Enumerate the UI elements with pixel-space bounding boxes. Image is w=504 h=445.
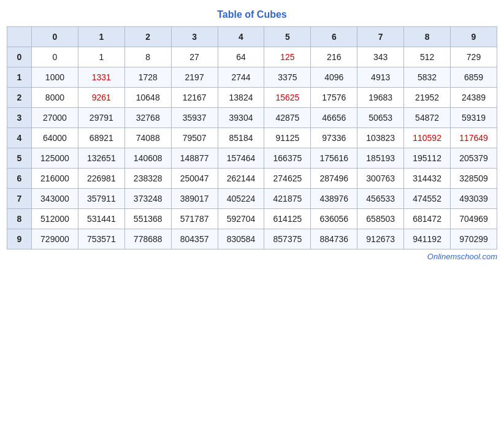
table-cell: 1331 — [78, 67, 124, 88]
page-title: Table of Cubes — [217, 9, 287, 20]
table-cell: 27000 — [32, 108, 78, 128]
table-cell: 636056 — [311, 209, 357, 229]
table-cell: 1728 — [124, 67, 171, 88]
table-cell: 262144 — [218, 169, 264, 189]
table-cell: 32768 — [124, 108, 171, 128]
table-cell: 0 — [32, 47, 78, 67]
table-cell: 3375 — [264, 67, 311, 88]
table-cell: 389017 — [171, 189, 218, 209]
table-cell: 753571 — [78, 229, 124, 249]
table-cell: 438976 — [311, 189, 357, 209]
table-cell: 21952 — [404, 88, 451, 108]
table-cell: 103823 — [357, 128, 404, 148]
table-cell: 8 — [124, 47, 171, 67]
table-cell: 373248 — [124, 189, 171, 209]
table-cell: 658503 — [357, 209, 404, 229]
table-cell: 912673 — [357, 229, 404, 249]
table-cell: 157464 — [218, 148, 264, 169]
table-cell: 328509 — [451, 169, 497, 189]
table-cell: 314432 — [404, 169, 451, 189]
table-cell: 19683 — [357, 88, 404, 108]
table-cell: 166375 — [264, 148, 311, 169]
table-cell: 68921 — [78, 128, 124, 148]
row-header-6: 6 — [7, 169, 32, 189]
table-cell: 175616 — [311, 148, 357, 169]
table-cell: 216 — [311, 47, 357, 67]
table-cell: 830584 — [218, 229, 264, 249]
table-row: 00182764125216343512729 — [7, 47, 497, 67]
table-cell: 250047 — [171, 169, 218, 189]
table-cell: 551368 — [124, 209, 171, 229]
table-cell: 884736 — [311, 229, 357, 249]
table-cell: 704969 — [451, 209, 497, 229]
table-cell: 512 — [404, 47, 451, 67]
cubes-table: 0123456789 00182764125216343512729110001… — [7, 26, 497, 249]
table-cell: 4096 — [311, 67, 357, 88]
table-cell: 2197 — [171, 67, 218, 88]
row-header-9: 9 — [7, 229, 32, 249]
table-cell: 42875 — [264, 108, 311, 128]
table-cell: 8000 — [32, 88, 78, 108]
row-header-4: 4 — [7, 128, 32, 148]
table-cell: 729000 — [32, 229, 78, 249]
col-header-7: 7 — [357, 27, 404, 47]
col-header-4: 4 — [218, 27, 264, 47]
table-cell: 729 — [451, 47, 497, 67]
table-cell: 357911 — [78, 189, 124, 209]
table-cell: 17576 — [311, 88, 357, 108]
table-cell: 64 — [218, 47, 264, 67]
table-cell: 343000 — [32, 189, 78, 209]
table-cell: 531441 — [78, 209, 124, 229]
table-cell: 216000 — [32, 169, 78, 189]
table-cell: 195112 — [404, 148, 451, 169]
col-header-6: 6 — [311, 27, 357, 47]
table-cell: 117649 — [451, 128, 497, 148]
footer-link[interactable]: Onlinemschool.com — [7, 252, 497, 261]
table-cell: 778688 — [124, 229, 171, 249]
table-cell: 571787 — [171, 209, 218, 229]
table-cell: 12167 — [171, 88, 218, 108]
row-header-5: 5 — [7, 148, 32, 169]
table-cell: 79507 — [171, 128, 218, 148]
table-cell: 110592 — [404, 128, 451, 148]
table-cell: 132651 — [78, 148, 124, 169]
table-cell: 421875 — [264, 189, 311, 209]
col-header-3: 3 — [171, 27, 218, 47]
table-cell: 24389 — [451, 88, 497, 108]
table-cell: 13824 — [218, 88, 264, 108]
table-cell: 512000 — [32, 209, 78, 229]
table-cell: 54872 — [404, 108, 451, 128]
table-cell: 27 — [171, 47, 218, 67]
table-cell: 29791 — [78, 108, 124, 128]
table-cell: 148877 — [171, 148, 218, 169]
table-row: 9729000753571778688804357830584857375884… — [7, 229, 497, 249]
table-cell: 970299 — [451, 229, 497, 249]
col-header-2: 2 — [124, 27, 171, 47]
corner-header — [7, 27, 32, 47]
table-cell: 15625 — [264, 88, 311, 108]
table-row: 1100013311728219727443375409649135832685… — [7, 67, 497, 88]
table-cell: 493039 — [451, 189, 497, 209]
table-cell: 456533 — [357, 189, 404, 209]
table-row: 4640006892174088795078518491125973361038… — [7, 128, 497, 148]
table-cell: 274625 — [264, 169, 311, 189]
table-cell: 226981 — [78, 169, 124, 189]
table-cell: 2744 — [218, 67, 264, 88]
table-cell: 205379 — [451, 148, 497, 169]
table-cell: 238328 — [124, 169, 171, 189]
table-cell: 5832 — [404, 67, 451, 88]
table-cell: 681472 — [404, 209, 451, 229]
table-cell: 804357 — [171, 229, 218, 249]
table-cell: 85184 — [218, 128, 264, 148]
row-header-3: 3 — [7, 108, 32, 128]
col-header-5: 5 — [264, 27, 311, 47]
table-row: 7343000357911373248389017405224421875438… — [7, 189, 497, 209]
table-cell: 35937 — [171, 108, 218, 128]
col-header-1: 1 — [78, 27, 124, 47]
col-header-8: 8 — [404, 27, 451, 47]
col-header-0: 0 — [32, 27, 78, 47]
row-header-7: 7 — [7, 189, 32, 209]
table-row: 2800092611064812167138241562517576196832… — [7, 88, 497, 108]
table-cell: 91125 — [264, 128, 311, 148]
table-container: 0123456789 00182764125216343512729110001… — [7, 26, 497, 249]
